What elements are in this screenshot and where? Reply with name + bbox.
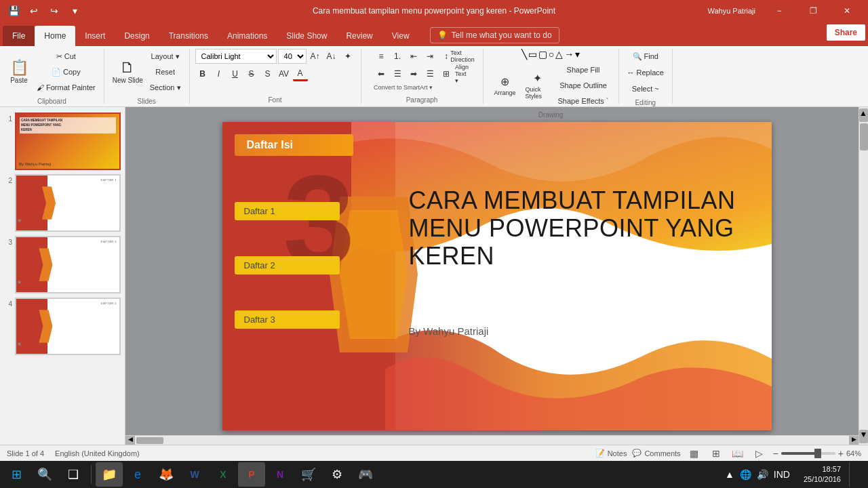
quick-styles-button[interactable]: ✦ Quick Styles	[523, 72, 553, 99]
tab-insert[interactable]: Insert	[75, 26, 115, 46]
shape-triangle-icon[interactable]: △	[555, 49, 563, 60]
volume-icon[interactable]: 🔊	[757, 469, 768, 480]
replace-button[interactable]: ↔ Replace	[625, 65, 667, 80]
normal-view-button[interactable]: ▦	[686, 447, 703, 460]
menu-item-1[interactable]: Daftar 1	[235, 202, 340, 220]
decrease-indent-button[interactable]: ⇤	[406, 49, 421, 64]
firefox-button[interactable]: 🦊	[153, 462, 180, 487]
arrange-button[interactable]: ⊕ Arrange	[490, 72, 520, 99]
slide-thumb-4[interactable]: 4 DAFTAR 3 ★	[4, 298, 121, 355]
zoom-track[interactable]	[781, 452, 835, 455]
file-explorer-button[interactable]: 📁	[96, 462, 123, 487]
store-button[interactable]: 🛒	[295, 462, 322, 487]
show-desktop-button[interactable]	[849, 462, 865, 487]
shape-fill-button[interactable]: Shape Fill	[555, 62, 612, 77]
justify-button[interactable]: ☰	[422, 66, 437, 81]
slide-thumb-3[interactable]: 3 DAFTAR 2 ★	[4, 236, 121, 293]
slide-img-4[interactable]: DAFTAR 3 ★	[15, 298, 121, 355]
zoom-thumb[interactable]	[814, 449, 821, 458]
align-right-button[interactable]: ➡	[406, 66, 421, 81]
notes-button[interactable]: 📝 Notes	[595, 449, 627, 458]
task-view-button[interactable]: ❑	[60, 462, 87, 487]
close-button[interactable]: ✕	[831, 0, 863, 22]
columns-button[interactable]: ⊞	[439, 66, 454, 81]
slide-thumb-1[interactable]: 1 CARA MEMBUAT TAMPILANMENU POWERPOINT Y…	[4, 113, 121, 170]
char-spacing-button[interactable]: AV	[277, 66, 292, 81]
text-direction-button[interactable]: Text Direction	[455, 49, 470, 64]
find-button[interactable]: 🔍 Find	[630, 49, 661, 64]
strikethrough-button[interactable]: S	[244, 66, 259, 81]
tab-review[interactable]: Review	[336, 26, 382, 46]
tab-design[interactable]: Design	[115, 26, 159, 46]
cut-button[interactable]: ✂ Cut	[34, 49, 98, 64]
customize-button[interactable]: ▾	[66, 3, 83, 19]
tray-arrow[interactable]: ▲	[725, 469, 734, 480]
font-size-select[interactable]: 40	[278, 49, 307, 64]
align-center-button[interactable]: ☰	[390, 66, 405, 81]
excel-button[interactable]: X	[210, 462, 237, 487]
shape-more-icon[interactable]: ▾	[575, 49, 580, 60]
save-button[interactable]: 💾	[5, 3, 22, 19]
app-icon-1[interactable]: 🎮	[352, 462, 379, 487]
tab-animations[interactable]: Animations	[218, 26, 277, 46]
scroll-right-arrow[interactable]: ▶	[849, 436, 859, 445]
paste-button[interactable]: 📋 Paste	[5, 52, 33, 92]
input-lang[interactable]: IND	[774, 469, 790, 480]
menu-item-2[interactable]: Daftar 2	[235, 256, 340, 274]
slide-img-3[interactable]: DAFTAR 2 ★	[15, 236, 121, 293]
comments-button[interactable]: 💬 Comments	[632, 449, 680, 458]
slide-sorter-button[interactable]: ⊞	[708, 447, 724, 460]
align-text-button[interactable]: Align Text ▾	[455, 66, 470, 81]
section-button[interactable]: Section ▾	[147, 80, 184, 95]
new-slide-button[interactable]: 🗋 New Slide	[110, 52, 146, 92]
word-button[interactable]: W	[181, 462, 208, 487]
shape-arrow-icon[interactable]: →	[564, 49, 574, 60]
numbering-button[interactable]: 1.	[390, 49, 405, 64]
convert-smartart-button[interactable]: Convert to SmartArt ▾	[374, 84, 433, 91]
slideshow-button[interactable]: ▷	[751, 447, 768, 460]
scroll-left-arrow[interactable]: ◀	[125, 436, 135, 445]
search-button[interactable]: 🔍	[31, 462, 58, 487]
shape-effects-button[interactable]: Shape Effects `	[555, 94, 612, 108]
decrease-font-button[interactable]: A↓	[324, 49, 339, 64]
zoom-minus-button[interactable]: −	[773, 448, 778, 459]
redo-button[interactable]: ↪	[46, 3, 62, 19]
slide-img-1[interactable]: CARA MEMBUAT TAMPILANMENU POWERPOINT YAN…	[15, 113, 121, 170]
bold-button[interactable]: B	[195, 66, 210, 81]
font-name-select[interactable]: Calibri Light	[195, 49, 277, 64]
layout-button[interactable]: Layout ▾	[147, 49, 184, 64]
tab-view[interactable]: View	[382, 26, 419, 46]
edge-button[interactable]: e	[124, 462, 151, 487]
network-icon[interactable]: 🌐	[740, 469, 751, 480]
shape-line-icon[interactable]: ╲	[521, 49, 527, 60]
minimize-button[interactable]: −	[764, 0, 795, 22]
scroll-thumb[interactable]	[860, 123, 868, 150]
vertical-scrollbar[interactable]: ▲ ▼	[859, 107, 868, 445]
menu-item-3[interactable]: Daftar 3	[235, 310, 340, 329]
reading-view-button[interactable]: 📖	[730, 447, 746, 460]
share-button[interactable]: Share	[827, 24, 865, 41]
main-slide[interactable]: Daftar Isi 3 Daftar 1 Daftar 2 Daftar 3 …	[222, 122, 772, 430]
copy-button[interactable]: 📄 Copy	[34, 64, 98, 79]
settings-button[interactable]: ⚙	[323, 462, 351, 487]
format-painter-button[interactable]: 🖌 Format Painter	[34, 80, 98, 95]
onenote-button[interactable]: N	[267, 462, 294, 487]
slide-thumb-2[interactable]: 2 DAFTAR 1 ★	[4, 174, 121, 232]
align-left-button[interactable]: ⬅	[374, 66, 389, 81]
start-button[interactable]: ⊞	[3, 462, 30, 487]
underline-button[interactable]: U	[228, 66, 243, 81]
bullets-button[interactable]: ≡	[374, 49, 389, 64]
tell-me-input[interactable]: 💡 Tell me what you want to do	[430, 27, 559, 43]
h-scroll-thumb[interactable]	[136, 437, 163, 444]
clear-format-button[interactable]: ✦	[340, 49, 355, 64]
italic-button[interactable]: I	[212, 66, 226, 81]
scroll-up-arrow[interactable]: ▲	[859, 108, 868, 122]
shape-rounded-rect-icon[interactable]: ▢	[538, 49, 547, 60]
shape-outline-button[interactable]: Shape Outline	[555, 78, 612, 93]
select-button[interactable]: Select ~	[629, 81, 662, 96]
powerpoint-button[interactable]: P	[238, 462, 265, 487]
horizontal-scrollbar[interactable]: ◀ ▶	[125, 435, 859, 445]
undo-button[interactable]: ↩	[26, 3, 42, 19]
tab-home[interactable]: Home	[35, 26, 75, 46]
shadow-button[interactable]: S	[260, 66, 275, 81]
